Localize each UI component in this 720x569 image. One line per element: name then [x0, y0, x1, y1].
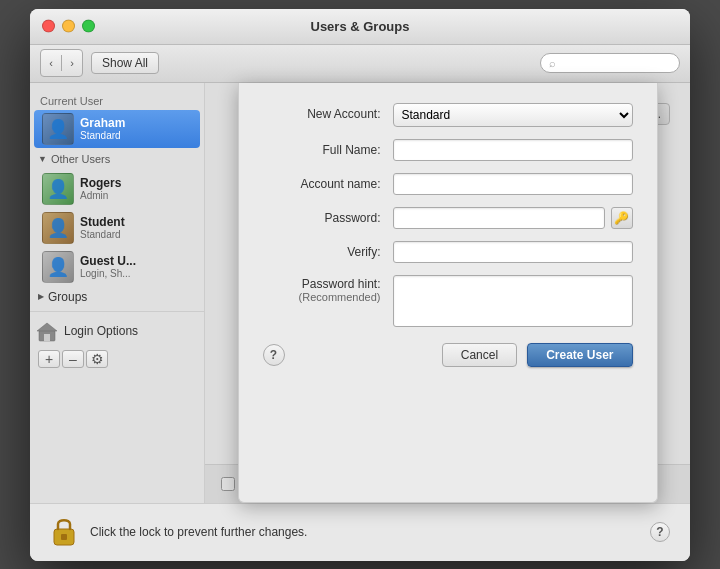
show-all-button[interactable]: Show All	[91, 52, 159, 74]
full-name-label: Full Name:	[263, 139, 393, 157]
guest-role: Login, Sh...	[80, 268, 136, 279]
titlebar: Users & Groups	[30, 9, 690, 45]
rogers-role: Admin	[80, 190, 121, 201]
avatar-guest: 👤	[42, 251, 74, 283]
add-user-button[interactable]: +	[38, 350, 60, 368]
search-icon: ⌕	[549, 57, 556, 69]
avatar-rogers: 👤	[42, 173, 74, 205]
account-name-input[interactable]	[393, 173, 633, 195]
account-name-label: Account name:	[263, 173, 393, 191]
sheet-help-button[interactable]: ?	[263, 344, 285, 366]
student-name: Student	[80, 215, 125, 229]
search-box: ⌕	[540, 53, 680, 73]
sheet-buttons: Cancel Create User	[442, 343, 633, 367]
login-options-label: Login Options	[64, 324, 138, 338]
avatar-graham: 👤	[42, 113, 74, 145]
guest-name: Guest U...	[80, 254, 136, 268]
house-icon	[36, 320, 58, 342]
nav-back-forward[interactable]: ‹ ›	[40, 49, 83, 77]
avatar-icon-rogers: 👤	[47, 178, 69, 200]
graham-role: Standard	[80, 130, 125, 141]
svg-rect-2	[44, 334, 50, 341]
current-user-label: Current User	[30, 91, 204, 109]
toolbar: ‹ › Show All ⌕	[30, 45, 690, 83]
minimize-button[interactable]	[62, 20, 75, 33]
student-role: Standard	[80, 229, 125, 240]
other-users-header[interactable]: ▼ Other Users	[30, 149, 204, 169]
lock-message: Click the lock to prevent further change…	[90, 525, 307, 539]
action-bar: + – ⚙	[30, 346, 204, 372]
forward-button[interactable]: ›	[62, 52, 82, 74]
svg-marker-1	[37, 323, 57, 331]
account-name-control	[393, 173, 633, 195]
rogers-name: Rogers	[80, 176, 121, 190]
new-account-label: New Account:	[263, 103, 393, 121]
verify-row: Verify:	[263, 241, 633, 263]
lock-icon	[50, 514, 78, 548]
avatar-student: 👤	[42, 212, 74, 244]
full-name-row: Full Name:	[263, 139, 633, 161]
close-button[interactable]	[42, 20, 55, 33]
window-title: Users & Groups	[311, 19, 410, 34]
password-control: 🔑	[393, 207, 633, 229]
login-options-item[interactable]: Login Options	[30, 316, 204, 346]
lock-icon-wrapper[interactable]	[50, 514, 78, 551]
window-controls	[42, 20, 95, 33]
main-panel: ... New Account: Standard Administrator …	[205, 83, 690, 503]
new-account-control: Standard Administrator Managed with Pare…	[393, 103, 633, 127]
graham-info: Graham Standard	[80, 116, 125, 141]
password-label: Password:	[263, 207, 393, 225]
sheet-footer: ? Cancel Create User	[263, 343, 633, 367]
bottom-help-button[interactable]: ?	[650, 522, 670, 542]
guest-info: Guest U... Login, Sh...	[80, 254, 136, 279]
sidebar-item-rogers[interactable]: 👤 Rogers Admin	[34, 170, 200, 208]
cancel-button[interactable]: Cancel	[442, 343, 517, 367]
groups-item[interactable]: ▶ Groups	[30, 287, 204, 307]
new-account-sheet: New Account: Standard Administrator Mana…	[238, 83, 658, 503]
password-input[interactable]	[393, 207, 605, 229]
other-users-triangle: ▼	[38, 154, 47, 164]
full-name-input[interactable]	[393, 139, 633, 161]
bottom-bar: Click the lock to prevent further change…	[30, 503, 690, 561]
sidebar-item-student[interactable]: 👤 Student Standard	[34, 209, 200, 247]
svg-rect-4	[61, 534, 67, 540]
main-window: Users & Groups ‹ › Show All ⌕ Current Us…	[30, 9, 690, 561]
sheet-overlay: New Account: Standard Administrator Mana…	[205, 83, 690, 503]
new-account-select[interactable]: Standard Administrator Managed with Pare…	[393, 103, 633, 127]
groups-triangle: ▶	[38, 292, 44, 301]
new-account-row: New Account: Standard Administrator Mana…	[263, 103, 633, 127]
password-hint-textarea[interactable]	[393, 275, 633, 327]
verify-label: Verify:	[263, 241, 393, 259]
other-users-label: Other Users	[51, 153, 110, 165]
action-menu-button[interactable]: ⚙	[86, 350, 108, 368]
content-area: Current User 👤 Graham Standard ▼ Other U…	[30, 83, 690, 503]
sidebar-item-graham[interactable]: 👤 Graham Standard	[34, 110, 200, 148]
sidebar: Current User 👤 Graham Standard ▼ Other U…	[30, 83, 205, 503]
sidebar-item-guest[interactable]: 👤 Guest U... Login, Sh...	[34, 248, 200, 286]
student-info: Student Standard	[80, 215, 125, 240]
password-key-button[interactable]: 🔑	[611, 207, 633, 229]
avatar-icon-student: 👤	[47, 217, 69, 239]
password-hint-control	[393, 275, 633, 327]
avatar-icon-guest: 👤	[47, 256, 69, 278]
rogers-info: Rogers Admin	[80, 176, 121, 201]
account-name-row: Account name:	[263, 173, 633, 195]
password-hint-label: Password hint: (Recommended)	[263, 275, 393, 303]
remove-user-button[interactable]: –	[62, 350, 84, 368]
password-hint-row: Password hint: (Recommended)	[263, 275, 633, 327]
verify-input[interactable]	[393, 241, 633, 263]
full-name-control	[393, 139, 633, 161]
avatar-icon-graham: 👤	[47, 118, 69, 140]
verify-control	[393, 241, 633, 263]
password-row: Password: 🔑	[263, 207, 633, 229]
back-button[interactable]: ‹	[41, 52, 61, 74]
groups-label: Groups	[48, 290, 87, 304]
graham-name: Graham	[80, 116, 125, 130]
maximize-button[interactable]	[82, 20, 95, 33]
create-user-button[interactable]: Create User	[527, 343, 632, 367]
search-input[interactable]	[560, 56, 671, 70]
